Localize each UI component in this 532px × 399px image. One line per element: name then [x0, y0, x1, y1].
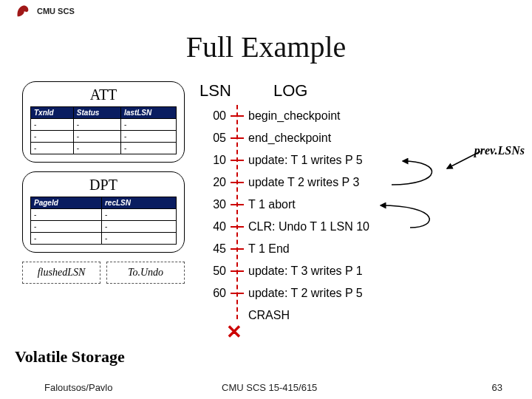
att-box: ATT TxnId Status lastLSN --- --- ---	[22, 81, 185, 163]
spine-tick	[231, 115, 244, 117]
table-cell: -	[101, 209, 176, 221]
spine-tick	[231, 293, 244, 294]
crash-label: CRASH	[248, 304, 369, 327]
dpt-col-0: PageId	[31, 197, 102, 209]
lsn-value: 30	[200, 194, 226, 216]
table-cell: -	[31, 119, 74, 131]
spine-tick	[231, 160, 244, 161]
volatile-storage-label: Volatile Storage	[15, 347, 125, 366]
spine-tick	[231, 226, 244, 228]
dash-row: flushedLSN To.Undo	[22, 262, 185, 284]
spine-tick	[231, 204, 244, 205]
lsn-value: 40	[200, 216, 226, 238]
lsn-header: LSN	[200, 81, 251, 100]
table-cell: -	[121, 143, 177, 154]
table-cell: -	[31, 143, 74, 154]
att-col-1: Status	[73, 107, 120, 119]
slide-number: 63	[492, 382, 502, 393]
table-cell: -	[73, 119, 120, 131]
log-spine: ✕	[226, 105, 248, 327]
log-entry: begin_checkpoint	[248, 105, 369, 127]
lsn-value: 00	[200, 105, 226, 127]
lsn-value: 50	[200, 260, 226, 282]
dpt-table: PageId recLSN -- -- --	[30, 197, 177, 245]
log-entry: update: T 1 writes P 5	[248, 149, 369, 171]
table-cell: -	[101, 233, 176, 245]
spine-tick	[231, 248, 244, 250]
att-title: ATT	[30, 86, 177, 103]
table-cell: -	[73, 143, 120, 154]
att-col-2: lastLSN	[121, 107, 177, 119]
table-cell: -	[31, 131, 74, 143]
dpt-box: DPT PageId recLSN -- -- --	[22, 171, 185, 253]
log-header: LOG	[273, 81, 307, 100]
log-entry: update: T 2 writes P 5	[248, 282, 369, 304]
table-cell: -	[31, 233, 102, 245]
lsn-value: 05	[200, 127, 226, 149]
footer-authors: Faloutsos/Pavlo	[44, 382, 113, 393]
slide-title: Full Example	[0, 30, 532, 64]
att-table: TxnId Status lastLSN --- --- ---	[30, 106, 177, 154]
table-cell: -	[121, 119, 177, 131]
lsn-value: 10	[200, 149, 226, 171]
course-label: CMU SCS	[37, 7, 75, 16]
crash-x-icon: ✕	[226, 322, 242, 341]
spine-tick	[231, 137, 244, 139]
table-cell: -	[121, 131, 177, 143]
to-undo-box: To.Undo	[106, 262, 185, 284]
log-entry: update T 2 writes P 3	[248, 171, 369, 194]
att-col-0: TxnId	[31, 107, 74, 119]
table-cell: -	[101, 221, 176, 233]
lsn-column: 00 05 10 20 30 40 45 50 60	[200, 105, 226, 327]
slide-header: CMU SCS	[15, 3, 75, 19]
table-cell: -	[31, 209, 102, 221]
left-column: ATT TxnId Status lastLSN --- --- --- DPT…	[22, 81, 185, 284]
table-cell: -	[31, 221, 102, 233]
spine-tick	[231, 270, 244, 272]
log-entry: end_checkpoint	[248, 127, 369, 149]
dpt-title: DPT	[30, 177, 177, 194]
log-entry: CLR: Undo T 1 LSN 10	[248, 216, 369, 238]
log-entry: T 1 End	[248, 238, 369, 260]
footer-course: CMU SCS 15-415/615	[222, 382, 317, 393]
table-cell: -	[73, 131, 120, 143]
lsn-value: 20	[200, 171, 226, 194]
log-entry: T 1 abort	[248, 194, 369, 216]
dpt-col-1: recLSN	[101, 197, 176, 209]
flushed-lsn-box: flushedLSN	[22, 262, 100, 284]
log-desc-column: begin_checkpoint end_checkpoint update: …	[248, 105, 369, 327]
lsn-value: 60	[200, 282, 226, 304]
prev-lsns-label: prev.LSNs	[474, 144, 525, 157]
cmu-griffin-logo	[15, 3, 31, 19]
lsn-value: 45	[200, 238, 226, 260]
spine-tick	[231, 182, 244, 183]
log-entry: update: T 3 writes P 1	[248, 260, 369, 282]
log-area: LSN LOG 00 05 10 20 30 40 45 50 60 ✕	[200, 81, 517, 327]
